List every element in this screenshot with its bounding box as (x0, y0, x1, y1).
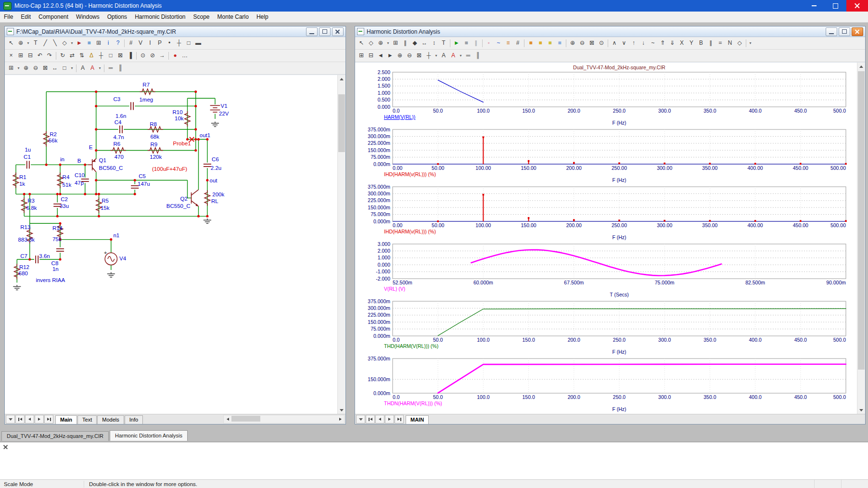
minimize-button[interactable] (803, 0, 825, 12)
scroll-left-button[interactable] (224, 415, 231, 423)
component-dropdown[interactable]: ▾ (26, 39, 31, 48)
box-icon[interactable]: □ (106, 51, 115, 61)
component-label[interactable]: C8 (51, 260, 59, 266)
zoom-area-icon[interactable]: ⊠ (40, 64, 50, 73)
scroll-down-button[interactable] (857, 406, 865, 414)
cursor-right-icon[interactable]: ► (385, 51, 395, 61)
component-label[interactable]: C7 (20, 253, 27, 259)
component-label[interactable]: R10 (172, 109, 182, 115)
component-label[interactable]: 10k (175, 116, 184, 121)
plot-zoom-out-icon[interactable]: ⊖ (405, 51, 414, 61)
component-label[interactable]: Q2 (180, 196, 188, 202)
rotate-icon[interactable]: ↻ (58, 51, 67, 61)
go-to-high-icon[interactable]: ↑ (629, 39, 638, 48)
trackers-icon[interactable]: ◇ (735, 39, 744, 48)
menu-options[interactable]: Options (103, 12, 131, 22)
select-mode-icon[interactable]: ↖ (357, 39, 366, 48)
align-cursors-icon[interactable]: ∥ (706, 39, 715, 48)
component-label[interactable]: C4 (115, 119, 122, 125)
prev-page-button[interactable] (25, 415, 34, 424)
component-label[interactable]: 1u (25, 147, 31, 153)
analysis-window-titlebar[interactable]: Harmonic Distortion Analysis (355, 26, 865, 37)
find-icon[interactable]: ⊙ (138, 51, 148, 61)
tab-info[interactable]: Info (125, 415, 143, 424)
align-horizontal-icon[interactable]: ═ (463, 51, 473, 61)
component-label[interactable]: 75k (52, 236, 62, 242)
component-label[interactable]: R13 (20, 224, 30, 230)
plot-stack[interactable]: Dual_TVV-47-Mod_2kHz-square_my.CIR0.050.… (356, 64, 855, 413)
grid-dropdown[interactable]: ▾ (434, 51, 439, 61)
redo-icon[interactable]: ↷ (45, 51, 54, 61)
schematic-window-titlebar[interactable]: F:\MCap_Data\RIAA\Dual_TVV-47-Mod_2kHz-s… (5, 26, 345, 37)
graph-paper-icon[interactable]: ■ (526, 39, 536, 48)
graphics-dropdown[interactable]: ▾ (69, 39, 75, 48)
node-voltages-icon[interactable]: V (136, 39, 145, 48)
component-label[interactable]: 68k (150, 134, 159, 140)
component-label[interactable]: out (210, 178, 218, 183)
font-color-icon[interactable]: A (88, 64, 97, 73)
text-mode-icon[interactable]: T (31, 39, 40, 48)
scroll-down-button[interactable] (338, 406, 345, 414)
component-label[interactable]: out1 (200, 132, 210, 138)
component-label[interactable]: R14 (52, 225, 63, 231)
component-label[interactable]: C5 (139, 173, 146, 179)
cursor-mode-icon[interactable]: ∥ (400, 39, 410, 48)
analysis-close-button[interactable] (852, 27, 863, 36)
scroll-thumb[interactable] (858, 71, 865, 370)
last-page-button[interactable] (395, 415, 404, 424)
first-page-button[interactable] (15, 415, 25, 424)
component-label[interactable]: C2 (61, 196, 68, 202)
repeat-last-find-icon[interactable]: ⊘ (148, 51, 157, 61)
node-numbers-icon[interactable]: # (126, 39, 136, 48)
select-area-icon[interactable]: □ (60, 64, 69, 73)
go-to-inflection-icon[interactable]: ~ (648, 39, 658, 48)
go-to-x-icon[interactable]: X (677, 39, 687, 48)
zoom-mode-icon[interactable]: ⊕ (376, 39, 385, 48)
transistor-symbol[interactable] (191, 190, 199, 195)
grid-icon[interactable]: ┼ (424, 51, 434, 61)
run-icon[interactable]: ► (452, 39, 461, 48)
schematic-canvas[interactable]: R71megC31.6nC44.7nR868kR6470R9120kR1010k… (5, 75, 345, 414)
goto-icon[interactable]: → (157, 51, 167, 61)
plot-1[interactable]: Dual_TVV-47-Mod_2kHz-square_my.CIR0.050.… (356, 64, 855, 127)
plot-2[interactable]: 0.0050.00100.00150.00200.00250.00300.003… (356, 127, 855, 184)
last-page-button[interactable] (44, 415, 53, 424)
go-to-low-icon[interactable]: ↓ (638, 39, 648, 48)
component-label[interactable]: 883.3k (18, 237, 35, 243)
scroll-up-button[interactable] (338, 75, 345, 83)
component-label[interactable]: Probe1 (173, 141, 191, 146)
component-label[interactable]: 33u (60, 203, 69, 209)
scroll-right-button[interactable] (336, 415, 344, 423)
grid-snap-icon[interactable]: ┼ (96, 51, 106, 61)
menu-scope[interactable]: Scope (190, 12, 214, 22)
split-horizontal-icon[interactable]: ═ (106, 64, 115, 73)
menu-edit[interactable]: Edit (17, 12, 35, 22)
same-y-scales-icon[interactable]: = (715, 39, 725, 48)
plot-vertical-scrollbar[interactable] (857, 63, 865, 414)
component-mode-icon[interactable]: ⊕ (16, 39, 26, 48)
paste-dropdown[interactable]: ▾ (16, 64, 21, 73)
plot-box[interactable] (393, 244, 846, 279)
component-label[interactable]: R7 (142, 82, 150, 88)
plot-4[interactable]: 52.500m60.000m67.500m75.000m82.500m90.00… (356, 242, 855, 299)
go-to-peak-icon[interactable]: ∧ (610, 39, 619, 48)
color-dropdown[interactable]: ▾ (97, 64, 102, 73)
prev-page-button[interactable] (375, 415, 384, 424)
paste-special-icon[interactable]: ⊞ (6, 64, 16, 73)
component-label[interactable]: R4 (63, 174, 70, 180)
plot-zoom-in-icon[interactable]: ⊕ (395, 51, 405, 61)
component-label[interactable]: R2 (50, 131, 57, 137)
maximize-button[interactable] (825, 0, 846, 12)
page-list-button[interactable] (6, 415, 15, 424)
component-label[interactable]: R6 (113, 141, 120, 147)
plot-canvas[interactable]: Dual_TVV-47-Mod_2kHz-square_my.CIR0.050.… (355, 62, 865, 414)
plot-5[interactable]: 0.050.0100.0150.0200.0250.0300.0350.0400… (356, 299, 855, 356)
step-box-icon[interactable]: ⊠ (115, 51, 125, 61)
component-label[interactable]: in (60, 156, 64, 162)
zoom-out-icon[interactable]: ⊖ (31, 64, 40, 73)
flip-y-icon[interactable]: ⇅ (77, 51, 87, 61)
diagonal-wire-mode-icon[interactable]: ╲ (50, 39, 60, 48)
delta-icon[interactable]: Δ (87, 51, 96, 61)
component-label[interactable]: 1n (52, 266, 59, 272)
paste-plot-icon[interactable]: ⊞ (357, 51, 366, 61)
